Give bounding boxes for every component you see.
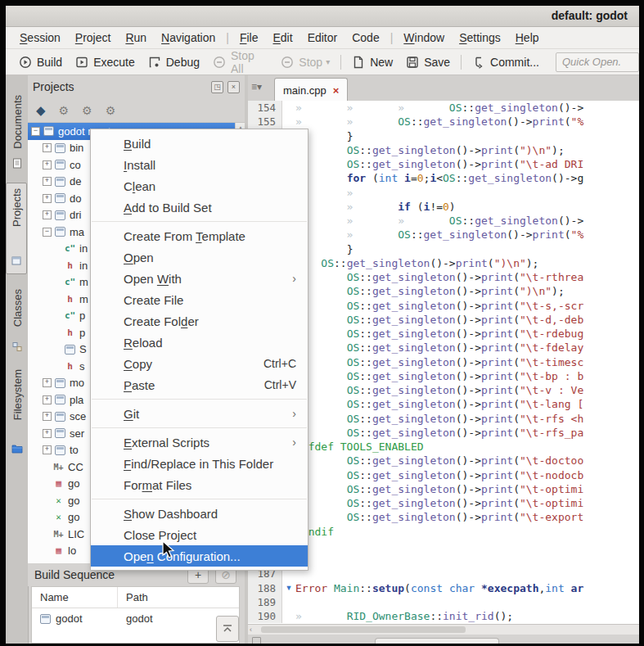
menu-item-external-scripts[interactable]: External Scripts› [91, 431, 308, 453]
code-text: » » OS::get_singleton()->print("% [295, 115, 639, 128]
line-number: 189 [248, 595, 282, 609]
menu-run[interactable]: Run [118, 29, 154, 47]
menu-item-create-from-template[interactable]: Create From Template [91, 225, 308, 246]
collapse-panel-button[interactable] [216, 616, 239, 642]
text-file-icon: M+ [53, 530, 64, 539]
menu-settings[interactable]: Settings [452, 29, 508, 47]
expand-icon[interactable]: + [43, 429, 52, 438]
close-panel-icon[interactable]: × [227, 81, 240, 93]
collapse-icon[interactable]: − [43, 228, 52, 237]
dock-tab-documents[interactable]: Documents [7, 90, 27, 176]
editor-horizontal-scrollbar[interactable]: ‹ [248, 624, 639, 635]
tree-item-label: dri [70, 209, 81, 221]
dock-tab-projects[interactable]: Projects [6, 183, 27, 274]
dock-tab-classes[interactable]: Classes [7, 284, 27, 359]
menu-item-create-file[interactable]: Create File [91, 289, 308, 310]
menu-code[interactable]: Code [345, 29, 386, 47]
projects-panel-toolbar: ◆ ⚙ ⚙ ⚙ [28, 98, 245, 123]
menu-item-show-dashboard[interactable]: Show Dashboard [91, 503, 308, 524]
menu-item-find-replace-in-this-folder[interactable]: Find/Replace in This Folder [91, 453, 308, 474]
tab-close-icon[interactable]: × [333, 84, 340, 97]
build-button[interactable]: Build [12, 52, 69, 72]
tree-item-label: go [68, 495, 79, 507]
configure-icon[interactable]: ⚙ [59, 105, 70, 116]
image-file-icon: ▦ [53, 478, 64, 489]
table-row[interactable]: godotgodot [32, 608, 239, 629]
code-text: #endif [295, 526, 639, 538]
tree-item-label: in [79, 260, 88, 272]
execute-button[interactable]: Execute [69, 52, 142, 72]
code-text: » OS::get_singleton()->print("\t-timesc [295, 356, 639, 368]
detach-panel-icon[interactable]: ◳ [211, 81, 223, 93]
runtime-settings-icon[interactable]: ⚙ [106, 105, 116, 116]
code-text: » OS::get_singleton()->print("\t-optimi [295, 483, 639, 495]
build-sequence-name: godot [32, 608, 118, 629]
menu-item-label: Show Dashboard [124, 507, 296, 521]
column-header-path[interactable]: Path [118, 591, 148, 603]
expand-icon[interactable]: + [43, 143, 52, 152]
menu-editor[interactable]: Editor [300, 29, 345, 47]
expand-icon[interactable]: + [43, 378, 52, 387]
build-sequence-table: NamePathgodotgodot [31, 586, 240, 644]
code-line: 189 [248, 595, 639, 609]
save-button[interactable]: Save [399, 52, 457, 72]
expand-icon[interactable]: + [43, 194, 52, 203]
dropdown-arrow-icon[interactable]: ▾ [326, 57, 330, 66]
menu-item-open-with[interactable]: Open With› [91, 268, 308, 289]
menu-item-label: Install [124, 158, 296, 172]
menu-item-label: Copy [124, 357, 263, 371]
commit-button[interactable]: Commit... [466, 52, 546, 72]
no-expander [43, 497, 50, 504]
tree-item-label: lo [68, 544, 76, 557]
menu-project[interactable]: Project [68, 29, 119, 47]
menu-file[interactable]: File [232, 29, 266, 47]
expand-icon[interactable]: + [43, 210, 52, 219]
menu-item-git[interactable]: Git› [91, 403, 308, 424]
line-number: 154 [248, 101, 282, 115]
stop-icon [281, 56, 294, 69]
build-label: Build [37, 56, 62, 69]
expand-icon[interactable]: + [43, 445, 52, 454]
column-header-name[interactable]: Name [32, 587, 118, 608]
menu-window[interactable]: Window [396, 29, 452, 47]
menu-item-open[interactable]: Open [91, 246, 308, 268]
build-settings-icon[interactable]: ⚙ [82, 105, 92, 116]
menu-item-add-to-build-set[interactable]: Add to Build Set [91, 197, 308, 218]
menu-help[interactable]: Help [508, 29, 547, 47]
file-icon [65, 345, 75, 355]
menu-navigation[interactable]: Navigation [154, 29, 223, 47]
tree-item-label: bin [70, 142, 83, 154]
expand-icon[interactable]: + [43, 412, 52, 421]
collapse-icon[interactable]: − [31, 127, 40, 136]
code-text: » » OS::get_singleton()->print("% [295, 228, 639, 241]
menu-session[interactable]: Session [12, 29, 68, 47]
main-toolbar: BuildExecuteDebugStop AllStop▾NewSaveCom… [6, 49, 639, 75]
code-text: » OS::get_singleton()->print("\t-bp : b [295, 370, 639, 382]
expand-icon[interactable]: + [43, 160, 52, 169]
menu-separator [92, 427, 307, 428]
tab-main-cpp[interactable]: main.cpp × [274, 78, 348, 102]
debug-button[interactable]: Debug [142, 52, 206, 72]
menu-item-build[interactable]: Build [91, 133, 308, 154]
dock-tab-filesystem[interactable]: Filesystem [7, 364, 27, 461]
fold-marker-icon[interactable]: ▼ [282, 584, 295, 592]
menu-item-paste[interactable]: PasteCtrl+V [91, 374, 308, 395]
menu-item-install[interactable]: Install [91, 154, 308, 175]
expand-icon[interactable]: + [43, 395, 52, 404]
menu-item-close-project[interactable]: Close Project [91, 524, 308, 545]
menu-item-format-files[interactable]: Format Files [91, 474, 308, 495]
document-list-icon[interactable]: ≡▾ [251, 81, 262, 93]
menu-item-open-configuration-[interactable]: Open Configuration... [91, 545, 308, 567]
expand-icon[interactable]: + [43, 177, 52, 186]
code-text: » OS::get_singleton()->print("\t-fdelay [295, 341, 639, 354]
scroll-left-icon[interactable]: ‹ [250, 626, 252, 634]
menubar-separator: | [387, 31, 397, 44]
menu-item-copy[interactable]: CopyCtrl+C [91, 353, 308, 374]
quick-open-field[interactable]: Quick Open. [556, 52, 639, 72]
menu-item-clean[interactable]: Clean [91, 175, 308, 197]
tree-item-label: sce [70, 410, 86, 422]
menu-edit[interactable]: Edit [265, 29, 299, 47]
menu-item-create-folder[interactable]: Create Folder [91, 310, 308, 332]
new-button[interactable]: New [345, 52, 399, 72]
menu-item-reload[interactable]: Reload [91, 332, 308, 353]
